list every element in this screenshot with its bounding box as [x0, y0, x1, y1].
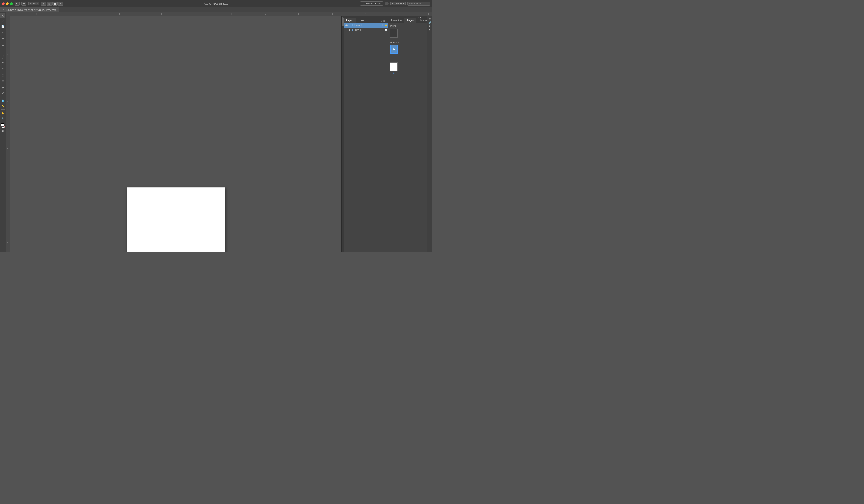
layer-lock-icon[interactable]: 🔒	[385, 24, 387, 26]
line-tool[interactable]: ╱	[0, 55, 5, 60]
zoom-control[interactable]: 77.6% ▾	[28, 2, 39, 5]
group-expand-icon[interactable]: ▶	[349, 29, 351, 31]
traffic-lights	[2, 2, 13, 5]
workspace-selector[interactable]: Essentials ▾	[391, 2, 406, 5]
ruler-horizontal: -5 -4 -3 -2 -1 0 1 2 3 4 5 6	[6, 12, 432, 16]
main-layout: ↖ ↗ 📄 ↔ ⊡ ⊞ T ╱ ✒ ✏ ⬚ ▭ ✂ ⟲ 💧 📏 ✋ 🔍 ⊘ ◧	[0, 12, 432, 252]
far-right-panel: Properties Pages CC Librarie [None] A-Ma…	[388, 16, 427, 252]
tool-separator-3	[1, 72, 5, 72]
minimize-button[interactable]	[6, 2, 9, 5]
ruler-label-h-4: -2	[160, 13, 162, 15]
rectangle-tool[interactable]: ▭	[0, 78, 5, 83]
tab-properties[interactable]: Properties	[388, 18, 404, 23]
none-label: [None]	[390, 25, 397, 27]
hand-tool[interactable]: ✋	[0, 110, 5, 116]
bridge-icon[interactable]: Br	[15, 2, 20, 6]
selection-tool[interactable]: ↖	[0, 13, 5, 18]
panel-close-icon[interactable]: ×	[386, 20, 387, 22]
page-content	[127, 188, 225, 252]
ruler-corner	[10, 12, 14, 16]
ruler-label-h-5: -1	[198, 13, 200, 15]
vertical-scrollbar[interactable]	[341, 16, 344, 252]
arrange-icon[interactable]: ⊞	[41, 2, 46, 6]
zoom-level: 77.6%	[30, 2, 36, 5]
panel-expand-icon[interactable]: >>	[380, 20, 383, 22]
panel-menu-icon[interactable]: ≡	[383, 20, 385, 23]
ruler-label-v-0: 0	[7, 54, 8, 55]
none-section: [None]	[390, 25, 425, 38]
maximize-button[interactable]	[10, 2, 13, 5]
document-canvas[interactable]	[10, 16, 341, 252]
a-master-section: A-Master A	[390, 41, 425, 54]
title-bar: Br St 77.6% ▾ ⊞ ▤ ⬜ ✒ Adobe InDesign 201…	[0, 0, 432, 7]
workspace-icon[interactable]: ⬜	[52, 2, 58, 6]
group-name: <group>	[355, 29, 384, 31]
layer-eye-icon[interactable]	[345, 24, 348, 27]
info-panel-toggle[interactable]: ℹ	[429, 25, 430, 28]
ruler-label-h-9: 3	[332, 13, 333, 15]
properties-panel-toggle[interactable]: ⊞	[429, 17, 431, 20]
measure-tool[interactable]: 📏	[0, 104, 5, 108]
direct-selection-tool[interactable]: ↗	[0, 19, 5, 24]
publish-online-button[interactable]: ☁ Publish Online	[360, 1, 383, 6]
gap-tool[interactable]: ↔	[0, 30, 5, 35]
brush-icon[interactable]: ✒	[58, 2, 63, 6]
search-bar[interactable]: Adobe Stock	[407, 2, 430, 6]
tab-close[interactable]: ×	[3, 9, 4, 11]
close-button[interactable]	[2, 2, 4, 5]
content-collect-tool[interactable]: ⊞	[0, 42, 5, 47]
view-icon[interactable]: ▤	[47, 2, 52, 6]
tool-separator-2	[1, 48, 5, 48]
tool-separator-5	[1, 97, 5, 97]
eye-svg	[345, 24, 348, 26]
help-icon[interactable]: ?	[385, 2, 389, 5]
group-page-icon: 📄	[385, 29, 387, 31]
zoom-tool[interactable]: 🔍	[0, 116, 5, 121]
tab-pages[interactable]: Pages	[404, 17, 416, 23]
none-master-thumb[interactable]	[390, 28, 397, 38]
canvas-column: -5 -4 -3 -2 -1 0 1 2 3 4 5 6 0 1 2 3	[6, 12, 432, 252]
eyedropper-tool[interactable]: 💧	[0, 98, 5, 103]
sub-layer-group-item[interactable]: ▶ <group> 📄	[344, 28, 388, 33]
page-1-thumb[interactable]	[390, 62, 397, 71]
a-master-label: A-Master	[390, 41, 399, 43]
scissors-tool[interactable]: ✂	[0, 85, 5, 91]
pages-panel: [None] A-Master A	[388, 23, 427, 252]
document-page	[127, 188, 225, 252]
ruler-vertical: 0 1 2 3 4 5 6 7 8 9	[6, 16, 10, 252]
extra-panel-toggle[interactable]: ⚙	[429, 29, 431, 32]
layer-expand-chevron[interactable]: ▼	[349, 24, 351, 26]
toolbar-icons: ⊞ ▤ ⬜ ✒	[41, 2, 63, 6]
ruler-label-h-7: 1	[265, 13, 266, 15]
rectangle-frame-tool[interactable]: ⬚	[0, 73, 5, 78]
links-panel-toggle[interactable]: 🔗	[428, 21, 431, 24]
panel-tab-actions: >> ≡ ×	[379, 20, 388, 23]
document-tab[interactable]: × *NameYourDocument @ 78% (GPU Preview)	[0, 7, 59, 12]
fill-stroke[interactable]: ⊘	[1, 123, 5, 128]
pages-divider	[390, 58, 425, 58]
layer-1-item[interactable]: ▼ Layer 1 ✎ 🔒	[344, 23, 388, 28]
ruler-label-h-3: -3	[119, 13, 120, 15]
transform-tool[interactable]: ⟲	[0, 91, 5, 96]
title-bar-right: ☁ Publish Online ? Essentials ▾ Adobe St…	[360, 1, 430, 6]
tab-links[interactable]: Links	[356, 18, 367, 23]
pencil-tool[interactable]: ✏	[0, 66, 5, 71]
scroll-thumb-v[interactable]	[342, 17, 344, 26]
ruler-label-h-11: 5	[399, 13, 399, 15]
publish-icon: ☁	[363, 2, 365, 5]
a-master-thumb[interactable]: A	[390, 45, 397, 54]
preview-mode[interactable]: ◧	[0, 129, 5, 133]
type-tool[interactable]: T	[0, 49, 5, 54]
stock-icon[interactable]: St	[22, 2, 26, 6]
ruler-label-v-3: 3	[7, 195, 8, 196]
zoom-chevron: ▾	[37, 2, 38, 4]
pen-tool[interactable]: ✒	[0, 60, 5, 65]
layer-edit-icon[interactable]: ✎	[382, 24, 384, 26]
ruler-label-v-2: 2	[7, 148, 8, 149]
layers-panel: ▼ Layer 1 ✎ 🔒 ▶ <group> 📄	[344, 23, 388, 252]
page-1-thumb-wrap[interactable]: 1	[390, 62, 397, 74]
content-tool[interactable]: ⊡	[0, 37, 5, 42]
far-right-icon-strip: ⊞ 🔗 ℹ ⚙	[427, 16, 432, 252]
tab-layers[interactable]: Layers	[344, 17, 356, 23]
page-tool[interactable]: 📄	[0, 24, 5, 29]
